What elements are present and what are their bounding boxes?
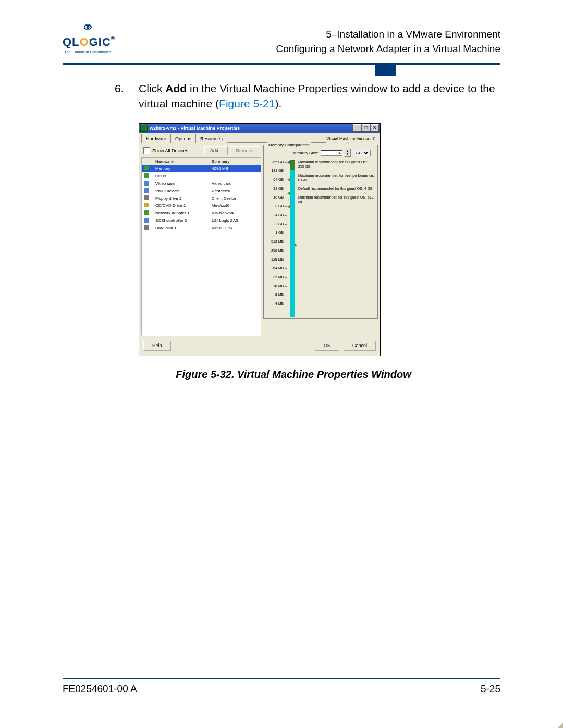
marker-default-icon <box>287 192 290 195</box>
show-all-label: Show All Devices <box>152 147 188 154</box>
logo: ⚭ QLOGIC® The Ultimate in Performance <box>63 20 113 54</box>
memory-spinner[interactable]: ▴▾ <box>345 149 351 157</box>
memory-slider[interactable] <box>290 160 295 317</box>
marker-max-icon <box>287 161 290 164</box>
vm-properties-window: w2k8r2-vm2 - Virtual Machine Properties … <box>139 123 381 356</box>
tab-hardware[interactable]: Hardware <box>141 134 171 143</box>
doc-number: FE0254601-00 A <box>63 683 137 695</box>
marker-min-icon <box>287 205 290 208</box>
marker-perf-icon <box>287 178 290 181</box>
memory-notes: Maximum recommended for this guest OS: 2… <box>298 160 374 317</box>
memory-size-label: Memory Size: <box>293 150 319 156</box>
page-number: 5-25 <box>481 683 500 695</box>
vm-version: Virtual Machine Version: 7 <box>326 134 378 143</box>
remove-button[interactable]: Remove <box>230 146 259 155</box>
memory-size-input[interactable] <box>321 150 342 156</box>
hardware-list[interactable]: HardwareSummary Memory4096 MBCPUs1Video … <box>141 157 261 336</box>
hardware-row[interactable]: CPUs1 <box>142 172 261 180</box>
window-title: w2k8r2-vm2 - Virtual Machine Properties <box>150 125 352 132</box>
memory-scale: 255 GB –128 GB –64 GB –32 GB –16 GB –8 G… <box>267 160 287 316</box>
cancel-button[interactable]: Cancel <box>344 341 376 351</box>
hardware-row[interactable]: Hard disk 1Virtual Disk <box>142 225 261 232</box>
hardware-row[interactable]: Floppy drive 1Client Device <box>142 195 261 202</box>
maximize-button[interactable]: □ <box>362 124 370 132</box>
hardware-row[interactable]: VMCI deviceRestricted <box>142 188 261 195</box>
hardware-row[interactable]: Video cardVideo card <box>142 180 261 188</box>
vm-icon <box>140 125 148 132</box>
memory-unit-select[interactable]: GB <box>353 150 371 156</box>
tab-resources[interactable]: Resources <box>195 134 227 143</box>
hardware-row[interactable]: Memory4096 MB <box>142 165 261 172</box>
close-button[interactable]: ✕ <box>371 124 379 132</box>
add-button[interactable]: Add... <box>204 146 228 155</box>
step-6: 6. Click Add in the Virtual Machine Prop… <box>115 81 500 112</box>
ok-button[interactable]: OK <box>315 341 339 351</box>
help-button[interactable]: Help <box>143 341 171 351</box>
tab-options[interactable]: Options <box>170 134 196 143</box>
hardware-row[interactable]: CD/DVD Drive 1/dev/scd0 <box>142 202 261 209</box>
resize-grip-icon[interactable] <box>558 723 563 728</box>
memory-group-label: Memory Configuration <box>267 142 311 148</box>
figure-link[interactable]: Figure 5-21 <box>219 97 275 109</box>
figure-caption: Figure 5-32. Virtual Machine Properties … <box>87 367 500 381</box>
show-all-checkbox[interactable] <box>143 147 150 154</box>
slider-thumb-icon[interactable] <box>295 244 297 247</box>
hardware-row[interactable]: SCSI controller 0LSI Logic SAS <box>142 217 261 225</box>
hardware-row[interactable]: Network adapter 1VM Network <box>142 209 261 217</box>
chapter-heading: 5–Installation in a VMware Environment C… <box>121 20 500 56</box>
minimize-button[interactable]: – <box>353 124 361 132</box>
